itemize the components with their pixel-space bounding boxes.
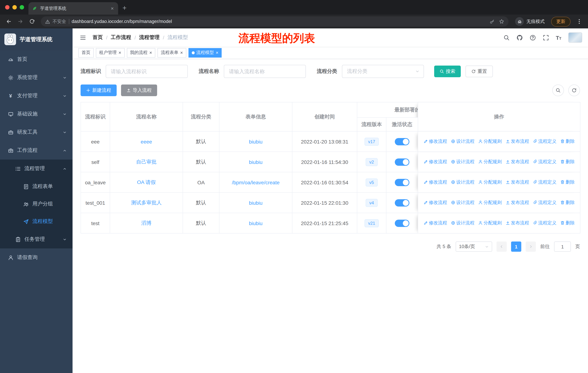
design-process-action-link[interactable]: 设计流程 xyxy=(451,220,474,226)
active-toggle[interactable] xyxy=(395,199,409,206)
publish-process-action-link[interactable]: 发布流程 xyxy=(505,200,529,206)
form-info-link[interactable]: biubiu xyxy=(249,200,263,206)
sidebar-item-payment-management[interactable]: ¥支付管理 xyxy=(0,87,73,105)
sidebar-item-leave-query[interactable]: 请假查询 xyxy=(0,248,73,267)
user-avatar[interactable] xyxy=(568,32,582,43)
update-button[interactable]: 更新 xyxy=(551,17,570,26)
process-key-input[interactable] xyxy=(106,65,188,78)
refresh-table-button[interactable] xyxy=(568,84,580,96)
process-name-link[interactable]: 自己审批 xyxy=(136,159,157,164)
breadcrumb-home[interactable]: 首页 xyxy=(93,34,103,41)
breadcrumb-workflow[interactable]: 工作流程 xyxy=(111,34,131,41)
design-process-action-link[interactable]: 设计流程 xyxy=(451,200,474,206)
form-info-link[interactable]: /bpm/oa/leave/create xyxy=(232,179,280,185)
tag-tenant-management[interactable]: 租户管理× xyxy=(96,48,125,57)
sidebar-item-dev-tools[interactable]: 研发工具 xyxy=(0,123,73,141)
sidebar-item-home[interactable]: 首页 xyxy=(0,50,73,69)
design-process-action-link[interactable]: 设计流程 xyxy=(451,179,474,185)
page-1-button[interactable]: 1 xyxy=(511,242,521,252)
tag-my-process[interactable]: 我的流程× xyxy=(127,48,155,57)
modify-process-action-link[interactable]: 修改流程 xyxy=(423,179,447,185)
delete-action-link[interactable]: 删除 xyxy=(560,200,575,206)
tag-process-model[interactable]: 流程模型× xyxy=(189,48,222,57)
app-logo[interactable]: 芋道管理系统 xyxy=(0,28,73,50)
import-process-button[interactable]: 导入流程 xyxy=(121,84,157,96)
assign-rule-action-link[interactable]: 分配规则 xyxy=(478,159,502,165)
assign-rule-action-link[interactable]: 分配规则 xyxy=(478,220,502,226)
sidebar-item-task-management[interactable]: 任务管理 xyxy=(0,230,73,248)
delete-action-link[interactable]: 删除 xyxy=(560,159,575,165)
key-icon[interactable] xyxy=(490,19,495,24)
process-definition-action-link[interactable]: 流程定义 xyxy=(533,220,556,226)
publish-process-action-link[interactable]: 发布流程 xyxy=(505,220,529,226)
window-close-button[interactable] xyxy=(5,5,10,10)
process-name-link[interactable]: OA 请假 xyxy=(137,179,156,185)
delete-action-link[interactable]: 删除 xyxy=(560,220,575,226)
sidebar-item-system-management[interactable]: 系统管理 xyxy=(0,69,73,87)
fullscreen-icon[interactable] xyxy=(543,34,549,40)
process-definition-action-link[interactable]: 流程定义 xyxy=(533,138,556,145)
sidebar-item-process-form[interactable]: 流程表单 xyxy=(0,178,73,195)
forward-icon[interactable] xyxy=(15,16,26,27)
address-bar[interactable]: 不安全 dashboard.yudao.iocoder.cn/bpm/manag… xyxy=(41,16,509,27)
search-icon[interactable] xyxy=(503,34,509,40)
sidebar-item-infrastructure[interactable]: 基础设施 xyxy=(0,105,73,123)
modify-process-action-link[interactable]: 修改流程 xyxy=(423,200,447,206)
form-info-link[interactable]: biubiu xyxy=(249,139,263,144)
process-name-input[interactable] xyxy=(224,65,306,78)
assign-rule-action-link[interactable]: 分配规则 xyxy=(478,200,502,206)
process-name-link[interactable]: eeee xyxy=(141,139,152,144)
publish-process-action-link[interactable]: 发布流程 xyxy=(505,179,529,185)
modify-process-action-link[interactable]: 修改流程 xyxy=(423,138,447,145)
search-button[interactable]: 搜索 xyxy=(434,66,461,77)
assign-rule-action-link[interactable]: 分配规则 xyxy=(478,138,502,145)
publish-process-action-link[interactable]: 发布流程 xyxy=(505,138,529,145)
delete-action-link[interactable]: 删除 xyxy=(560,138,575,145)
active-toggle[interactable] xyxy=(395,220,409,227)
github-icon[interactable] xyxy=(516,34,523,40)
process-name-link[interactable]: 测试多审批人 xyxy=(131,200,162,205)
help-icon[interactable] xyxy=(529,34,536,40)
close-icon[interactable]: × xyxy=(118,50,121,55)
sidebar-item-process-management[interactable]: 流程管理 xyxy=(0,160,73,178)
tag-process-form[interactable]: 流程表单× xyxy=(158,48,186,57)
process-definition-action-link[interactable]: 流程定义 xyxy=(533,200,556,206)
assign-rule-action-link[interactable]: 分配规则 xyxy=(478,179,502,185)
modify-process-action-link[interactable]: 修改流程 xyxy=(423,159,447,165)
sidebar-toggle-icon[interactable] xyxy=(78,34,87,40)
back-icon[interactable] xyxy=(4,16,14,27)
reload-icon[interactable] xyxy=(27,16,37,27)
category-select[interactable]: 流程分类 xyxy=(342,65,424,78)
design-process-action-link[interactable]: 设计流程 xyxy=(451,159,474,165)
sidebar-item-workflow[interactable]: 工作流程 xyxy=(0,141,73,160)
process-definition-action-link[interactable]: 流程定义 xyxy=(533,179,556,185)
active-toggle[interactable] xyxy=(395,179,409,186)
design-process-action-link[interactable]: 设计流程 xyxy=(451,138,474,145)
form-info-link[interactable]: biubiu xyxy=(249,159,263,165)
active-toggle[interactable] xyxy=(395,138,409,145)
browser-menu-icon[interactable] xyxy=(574,16,584,27)
process-name-link[interactable]: 滔博 xyxy=(141,220,151,226)
prev-page-button[interactable] xyxy=(496,242,507,252)
next-page-button[interactable] xyxy=(526,242,536,252)
bookmark-star-icon[interactable] xyxy=(499,19,504,24)
modify-process-action-link[interactable]: 修改流程 xyxy=(423,220,447,226)
close-icon[interactable]: × xyxy=(149,50,152,55)
active-toggle[interactable] xyxy=(395,158,409,166)
sidebar-item-process-model[interactable]: 流程模型 xyxy=(0,213,73,230)
reset-button[interactable]: 重置 xyxy=(465,66,493,77)
sidebar-item-user-group[interactable]: 用户分组 xyxy=(0,195,73,213)
publish-process-action-link[interactable]: 发布流程 xyxy=(505,159,529,165)
tab-close-icon[interactable]: × xyxy=(110,5,115,11)
close-icon[interactable]: × xyxy=(180,50,183,55)
create-process-button[interactable]: 新建流程 xyxy=(81,84,117,96)
page-size-select[interactable]: 10条/页 xyxy=(456,242,492,252)
toggle-search-button[interactable] xyxy=(552,84,564,96)
process-definition-action-link[interactable]: 流程定义 xyxy=(533,159,556,165)
delete-action-link[interactable]: 删除 xyxy=(560,179,575,185)
breadcrumb-process-management[interactable]: 流程管理 xyxy=(139,34,160,41)
new-tab-button[interactable]: + xyxy=(123,4,126,12)
form-info-link[interactable]: biubiu xyxy=(249,220,263,226)
tag-home[interactable]: 首页 xyxy=(78,48,94,57)
close-icon[interactable]: × xyxy=(216,50,219,55)
